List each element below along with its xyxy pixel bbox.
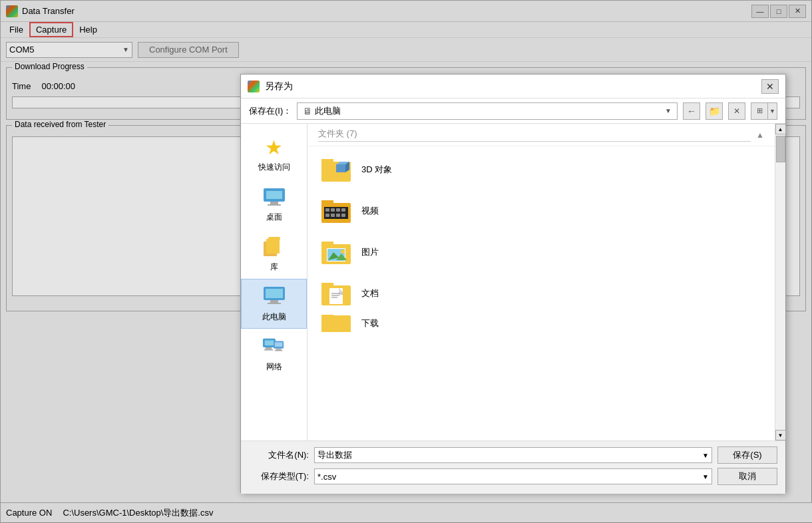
sidebar-label-network: 网络 [266,361,282,373]
svg-rect-5 [266,239,280,254]
filetype-value: *.csv [317,472,336,482]
scrollbar-down-button[interactable]: ▼ [775,430,786,440]
file-item-documents[interactable]: 文档 [318,273,764,314]
svg-rect-27 [325,208,329,212]
filetype-label: 保存类型(T): [249,470,309,482]
sidebar-item-desktop[interactable]: 桌面 [241,179,307,229]
sidebar-item-network[interactable]: 网络 [241,329,307,379]
svg-rect-43 [321,283,333,287]
filename-value: 导出数据 [317,449,352,461]
sidebar-label-this-pc: 此电脑 [262,311,286,323]
library-icon [262,235,286,259]
app-window: Data Transfer — □ ✕ File Capture Help CO… [0,0,812,523]
pictures-icon [321,236,353,268]
svg-rect-34 [341,214,345,217]
filetype-dropdown-arrow: ▼ [702,473,709,480]
file-item-videos[interactable]: 视频 [318,190,764,232]
pictures-name: 图片 [361,246,379,258]
svg-rect-8 [266,289,283,298]
svg-rect-31 [325,214,329,217]
sidebar-label-desktop: 桌面 [266,212,282,223]
svg-rect-14 [264,349,272,351]
downloads-icon [321,314,353,333]
svg-rect-28 [331,208,335,212]
3d-objects-name: 3D 对象 [361,164,392,176]
file-item-3d-objects[interactable]: 3D 对象 [318,149,764,190]
filename-dropdown-arrow: ▼ [702,452,709,459]
sidebar-label-library: 库 [270,262,278,273]
downloads-name: 下载 [361,317,379,329]
svg-rect-25 [321,200,333,204]
svg-rect-1 [266,191,282,199]
svg-rect-10 [268,303,281,304]
filetype-row: 保存类型(T): *.csv ▼ 取消 [249,468,777,485]
svg-rect-12 [264,341,273,346]
back-button[interactable]: ← [683,102,700,120]
dialog-body: ★ 快速访问 [241,124,785,440]
svg-rect-30 [341,208,345,212]
dialog-app-icon [248,81,260,92]
svg-rect-51 [321,314,333,317]
dialog-close-button[interactable]: ✕ [761,79,779,94]
dialog-title: 另存为 [265,81,761,92]
videos-name: 视频 [361,205,379,217]
filetype-dropdown[interactable]: *.csv ▼ [314,468,712,484]
file-list: 3D 对象 [307,146,775,439]
svg-rect-2 [270,202,278,204]
svg-rect-33 [336,214,340,217]
documents-name: 文档 [361,287,379,299]
svg-rect-29 [336,208,340,212]
save-button[interactable]: 保存(S) [717,446,777,464]
computer-icon: 🖥 [303,106,312,116]
dialog-location-bar: 保存在(I)： 🖥 此电脑 ▼ ← 📁 ✕ ⊞ ▼ [241,98,785,124]
dialog-sidebar: ★ 快速访问 [241,124,307,440]
svg-rect-50 [321,315,351,333]
svg-rect-18 [274,350,282,351]
videos-icon [321,195,353,227]
sidebar-item-this-pc[interactable]: 此电脑 [241,279,307,329]
delete-button[interactable]: ✕ [728,102,745,120]
section-collapse-button[interactable]: ▲ [756,130,764,140]
location-label: 保存在(I)： [249,105,292,117]
svg-rect-32 [331,214,335,217]
file-item-downloads[interactable]: 下载 [318,314,764,333]
dialog-overlay: 另存为 ✕ 保存在(I)： 🖥 此电脑 ▼ ← 📁 ✕ ⊞ ▼ [1,1,812,523]
sidebar-item-library[interactable]: 库 [241,229,307,279]
file-area-header: 文件夹 (7) ▲ [307,124,775,146]
folder-section-label: 文件夹 (7) [318,128,751,142]
svg-rect-6 [268,237,280,240]
quick-access-icon: ★ [262,135,286,159]
svg-rect-36 [321,242,333,246]
dialog-scrollbar: ▲ ▼ [775,124,785,440]
new-folder-button[interactable]: 📁 [706,102,723,120]
view-dropdown-arrow[interactable]: ▼ [768,102,777,120]
desktop-icon [262,185,286,209]
sidebar-label-quick-access: 快速访问 [258,162,290,173]
filename-row: 文件名(N): 导出数据 ▼ 保存(S) [249,446,777,464]
file-item-pictures[interactable]: 图片 [318,232,764,273]
documents-icon [321,277,353,309]
3d-objects-icon [321,154,353,186]
save-dialog: 另存为 ✕ 保存在(I)： 🖥 此电脑 ▼ ← 📁 ✕ ⊞ ▼ [240,74,786,493]
network-icon [262,335,286,359]
view-button[interactable]: ⊞ [751,102,768,120]
svg-rect-13 [265,347,271,349]
svg-rect-3 [268,204,281,206]
dialog-title-bar: 另存为 ✕ [241,75,785,98]
this-pc-icon [262,285,286,309]
cancel-button[interactable]: 取消 [717,468,777,485]
dialog-bottom: 文件名(N): 导出数据 ▼ 保存(S) 保存类型(T): *.csv ▼ 取消 [241,440,785,494]
svg-point-41 [341,250,345,254]
location-value: 此电脑 [315,105,662,117]
scrollbar-thumb[interactable] [776,136,785,162]
scrollbar-up-button[interactable]: ▲ [775,124,786,134]
filename-label: 文件名(N): [249,449,309,461]
sidebar-item-quick-access[interactable]: ★ 快速访问 [241,129,307,179]
svg-rect-20 [321,159,333,163]
dropdown-arrow-icon: ▼ [665,107,672,114]
svg-rect-9 [270,300,278,303]
svg-rect-17 [276,349,281,350]
svg-marker-21 [336,164,345,172]
filename-input[interactable]: 导出数据 ▼ [314,447,712,463]
location-dropdown[interactable]: 🖥 此电脑 ▼ [297,102,678,120]
